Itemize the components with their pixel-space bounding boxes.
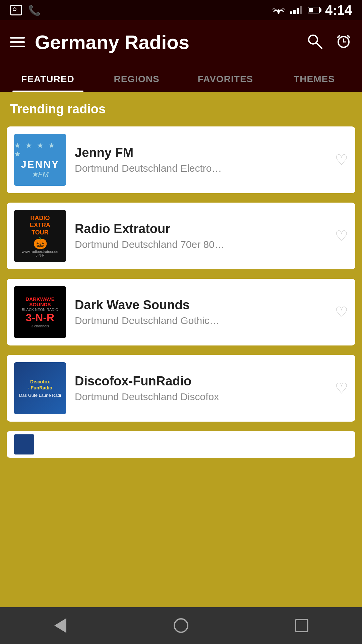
recents-button[interactable] xyxy=(288,612,315,639)
content-area: Trending radios ★ ★ ★ ★ ★ JENNY ★FM Jenn… xyxy=(0,92,362,595)
radio-card-darkwave[interactable]: DARKWAVESOUNDS BLACK NEON RADIO 3-N-R 3 … xyxy=(7,279,355,345)
app-bar-actions xyxy=(306,33,352,51)
navigation-bar xyxy=(0,607,362,644)
wifi-icon xyxy=(273,5,285,15)
tabs: FEATURED REGIONS FAVORITES THEMES xyxy=(0,64,362,92)
jenny-fm-tags: Dortmund Deutschland Electro… xyxy=(75,163,326,174)
extratour-info: Radio Extratour Dortmund Deutschland 70e… xyxy=(75,222,326,250)
tab-featured[interactable]: FEATURED xyxy=(3,64,92,92)
signal-icon xyxy=(290,6,302,14)
app-title: Germany Radios xyxy=(35,31,306,53)
partial-thumbnail xyxy=(14,434,34,454)
extratour-favorite[interactable]: ♡ xyxy=(335,229,348,244)
discofox-name: Discofox-FunRadio xyxy=(75,374,326,388)
phone-icon: 📞 xyxy=(28,4,41,16)
jenny-fm-name: Jenny FM xyxy=(75,146,326,160)
photo-icon xyxy=(10,5,22,15)
status-bar: 📞 4:14 xyxy=(0,0,362,20)
darkwave-name: Dark Wave Sounds xyxy=(75,298,326,312)
search-button[interactable] xyxy=(306,33,323,51)
tab-favorites[interactable]: FAVORITES xyxy=(181,64,270,92)
jenny-fm-thumbnail: ★ ★ ★ ★ ★ JENNY ★FM xyxy=(14,134,66,186)
status-bar-left: 📞 xyxy=(10,4,41,16)
discofox-tags: Dortmund Deutschland Discofox xyxy=(75,391,326,402)
extratour-name: Radio Extratour xyxy=(75,222,326,236)
radio-card-partial[interactable] xyxy=(7,431,355,458)
radio-card-extratour[interactable]: RADIOEXTRATOUR 🎃 www.radioextratour.de 3… xyxy=(7,203,355,269)
radio-card-jenny-fm[interactable]: ★ ★ ★ ★ ★ JENNY ★FM Jenny FM Dortmund De… xyxy=(7,126,355,193)
svg-line-6 xyxy=(338,36,340,38)
radio-card-discofox[interactable]: Discofox- FunRadio Das Gute Laune Radi D… xyxy=(7,355,355,422)
svg-line-7 xyxy=(348,36,350,38)
svg-line-2 xyxy=(316,43,322,48)
discofox-favorite[interactable]: ♡ xyxy=(335,381,348,396)
alarm-button[interactable] xyxy=(335,33,352,51)
discofox-thumbnail: Discofox- FunRadio Das Gute Laune Radi xyxy=(14,362,66,414)
discofox-info: Discofox-FunRadio Dortmund Deutschland D… xyxy=(75,374,326,402)
extratour-thumbnail: RADIOEXTRATOUR 🎃 www.radioextratour.de 3… xyxy=(14,210,66,262)
battery-icon xyxy=(308,7,320,13)
darkwave-tags: Dortmund Deutschland Gothic… xyxy=(75,315,326,326)
darkwave-info: Dark Wave Sounds Dortmund Deutschland Go… xyxy=(75,298,326,326)
darkwave-thumbnail: DARKWAVESOUNDS BLACK NEON RADIO 3-N-R 3 … xyxy=(14,286,66,338)
darkwave-favorite[interactable]: ♡ xyxy=(335,305,348,320)
tab-regions[interactable]: REGIONS xyxy=(92,64,181,92)
section-title: Trending radios xyxy=(7,102,355,116)
jenny-fm-favorite[interactable]: ♡ xyxy=(335,153,348,167)
status-time: 4:14 xyxy=(325,3,352,18)
menu-button[interactable] xyxy=(10,37,25,47)
app-bar: Germany Radios xyxy=(0,20,362,64)
home-button[interactable] xyxy=(168,612,194,639)
jenny-fm-info: Jenny FM Dortmund Deutschland Electro… xyxy=(75,146,326,174)
tab-themes[interactable]: THEMES xyxy=(270,64,359,92)
svg-point-0 xyxy=(278,12,280,14)
back-button[interactable] xyxy=(47,612,74,639)
extratour-tags: Dortmund Deutschland 70er 80… xyxy=(75,239,326,250)
status-bar-right: 4:14 xyxy=(273,3,352,18)
